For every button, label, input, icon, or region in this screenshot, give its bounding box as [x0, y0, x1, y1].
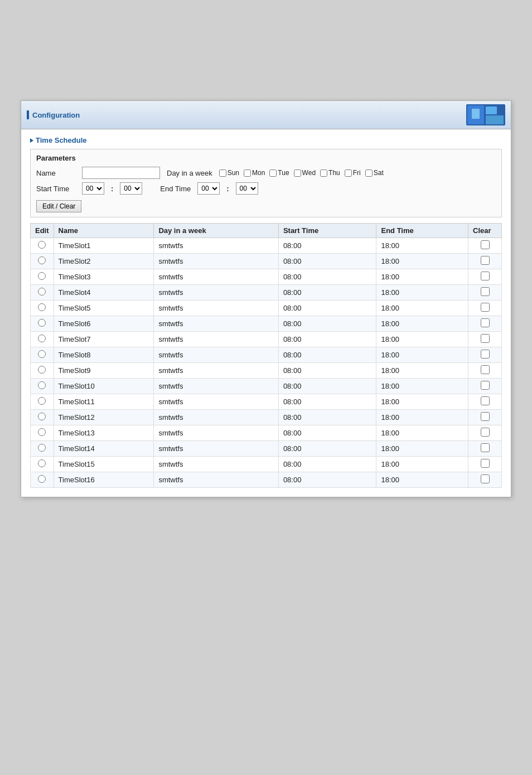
edit-radio[interactable] — [38, 366, 46, 374]
time-row: Start Time 00010203 04050607 08091011 12… — [36, 182, 496, 195]
edit-cell — [31, 269, 54, 285]
day-label: Day in a week — [167, 169, 212, 177]
edit-radio[interactable] — [38, 350, 46, 358]
edit-cell — [31, 379, 54, 394]
day-sat: Sat — [365, 169, 384, 177]
clear-checkbox[interactable] — [481, 428, 490, 437]
edit-radio[interactable] — [38, 319, 46, 327]
title-bar-accent — [27, 110, 29, 119]
day-thu: Thu — [320, 169, 340, 177]
name-cell: TimeSlot11 — [54, 394, 154, 410]
panel-title: Configuration — [27, 110, 80, 119]
edit-cell — [31, 332, 54, 347]
end-cell: 18:00 — [376, 472, 468, 488]
clear-cell — [468, 332, 502, 347]
clear-checkbox[interactable] — [481, 459, 490, 468]
day-sun-label: Sun — [228, 169, 239, 177]
checkbox-fri[interactable] — [345, 169, 352, 177]
table-row: TimeSlot11smtwtfs08:0018:00 — [31, 394, 502, 410]
clear-checkbox[interactable] — [481, 272, 490, 280]
start-cell: 08:00 — [278, 425, 376, 441]
start-cell: 08:00 — [278, 301, 376, 316]
clear-cell — [468, 472, 502, 488]
day-cell: smtwtfs — [154, 285, 279, 301]
edit-radio[interactable] — [38, 459, 46, 467]
panel-title-text: Configuration — [32, 111, 80, 119]
start-min-select[interactable]: 00153045 — [120, 182, 142, 195]
table-row: TimeSlot1smtwtfs08:0018:00 — [31, 238, 502, 254]
edit-radio[interactable] — [38, 397, 46, 405]
clear-checkbox[interactable] — [481, 256, 490, 265]
name-input[interactable] — [82, 167, 160, 179]
clear-checkbox[interactable] — [481, 412, 490, 421]
day-cell: smtwtfs — [154, 379, 279, 394]
edit-radio[interactable] — [38, 475, 46, 483]
start-cell: 08:00 — [278, 285, 376, 301]
edit-radio[interactable] — [38, 413, 46, 420]
day-sat-label: Sat — [374, 169, 384, 177]
edit-radio[interactable] — [38, 335, 46, 342]
day-cell: smtwtfs — [154, 301, 279, 316]
edit-radio[interactable] — [38, 256, 46, 264]
clear-cell — [468, 285, 502, 301]
end-cell: 18:00 — [376, 285, 468, 301]
clear-checkbox[interactable] — [481, 474, 490, 483]
table-row: TimeSlot2smtwtfs08:0018:00 — [31, 254, 502, 269]
clear-checkbox[interactable] — [481, 318, 490, 327]
edit-cell — [31, 472, 54, 488]
start-cell: 08:00 — [278, 410, 376, 425]
clear-cell — [468, 410, 502, 425]
edit-radio[interactable] — [38, 303, 46, 311]
checkbox-thu[interactable] — [320, 169, 327, 177]
end-cell: 18:00 — [376, 410, 468, 425]
edit-radio[interactable] — [38, 241, 46, 249]
edit-radio[interactable] — [38, 381, 46, 389]
name-label: Name — [36, 169, 75, 177]
clear-checkbox[interactable] — [481, 334, 490, 343]
clear-cell — [468, 238, 502, 254]
clear-checkbox[interactable] — [481, 443, 490, 452]
clear-checkbox[interactable] — [481, 240, 490, 249]
col-header-start: Start Time — [278, 224, 376, 238]
end-hour-select[interactable]: 00010203 04050607 08091011 12131415 1617… — [197, 182, 220, 195]
day-tue-label: Tue — [278, 169, 289, 177]
clear-checkbox[interactable] — [481, 287, 490, 296]
table-row: TimeSlot7smtwtfs08:0018:00 — [31, 332, 502, 347]
name-cell: TimeSlot12 — [54, 410, 154, 425]
start-cell: 08:00 — [278, 363, 376, 379]
name-cell: TimeSlot2 — [54, 254, 154, 269]
clear-checkbox[interactable] — [481, 350, 490, 359]
start-cell: 08:00 — [278, 472, 376, 488]
start-cell: 08:00 — [278, 269, 376, 285]
end-cell: 18:00 — [376, 332, 468, 347]
section-triangle-icon — [30, 138, 33, 143]
edit-radio[interactable] — [38, 428, 46, 436]
clear-checkbox[interactable] — [481, 381, 490, 390]
checkbox-mon[interactable] — [244, 169, 251, 177]
edit-cell — [31, 316, 54, 332]
edit-clear-button[interactable]: Edit / Clear — [36, 200, 81, 212]
day-cell: smtwtfs — [154, 394, 279, 410]
edit-radio[interactable] — [38, 444, 46, 452]
table-row: TimeSlot8smtwtfs08:0018:00 — [31, 347, 502, 363]
checkbox-sun[interactable] — [219, 169, 226, 177]
col-header-end: End Time — [376, 224, 468, 238]
clear-checkbox[interactable] — [481, 396, 490, 405]
name-cell: TimeSlot4 — [54, 285, 154, 301]
start-hour-select[interactable]: 00010203 04050607 08091011 12131415 1617… — [82, 182, 104, 195]
table-row: TimeSlot5smtwtfs08:0018:00 — [31, 301, 502, 316]
clear-checkbox[interactable] — [481, 303, 490, 312]
table-row: TimeSlot12smtwtfs08:0018:00 — [31, 410, 502, 425]
name-cell: TimeSlot7 — [54, 332, 154, 347]
edit-radio[interactable] — [38, 272, 46, 280]
day-cell: smtwtfs — [154, 441, 279, 457]
checkbox-sat[interactable] — [365, 169, 373, 177]
clear-checkbox[interactable] — [481, 365, 490, 374]
edit-cell — [31, 238, 54, 254]
checkbox-tue[interactable] — [269, 169, 277, 177]
edit-radio[interactable] — [38, 288, 46, 296]
checkbox-wed[interactable] — [294, 169, 301, 177]
start-cell: 08:00 — [278, 379, 376, 394]
end-min-select[interactable]: 00153045 — [236, 182, 258, 195]
clear-cell — [468, 457, 502, 472]
